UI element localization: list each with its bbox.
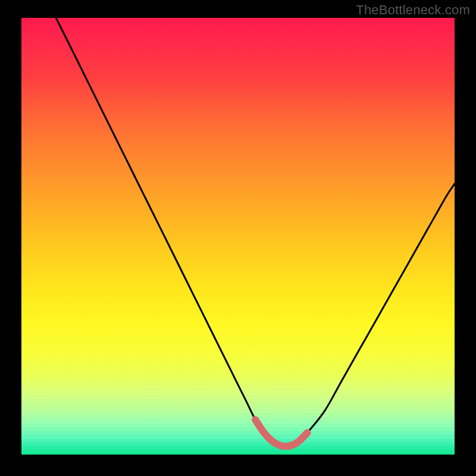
curve-layer bbox=[21, 18, 455, 455]
bottleneck-curve-path bbox=[56, 18, 455, 446]
watermark-text: TheBottleneck.com bbox=[356, 2, 470, 18]
plot-area bbox=[21, 18, 455, 455]
optimal-zone-marker bbox=[255, 419, 307, 446]
chart-frame: TheBottleneck.com bbox=[0, 0, 476, 476]
